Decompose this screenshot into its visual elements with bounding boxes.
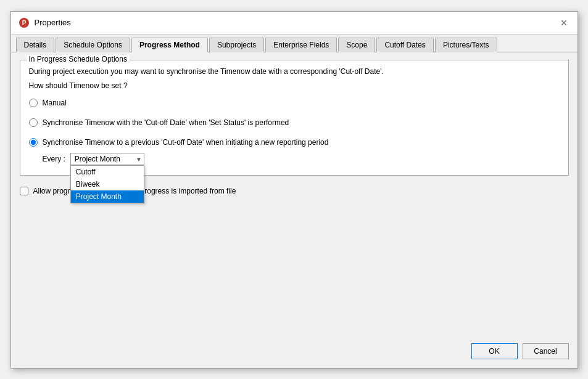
group-box-title: In Progress Schedule Options [27,55,130,63]
title-bar-left: P Properties [19,17,71,28]
tab-schedule-options[interactable]: Schedule Options [56,38,130,52]
radio-option-sync-previous: Synchronise Timenow to a previous 'Cut-o… [29,138,560,147]
radio-sync-status[interactable] [29,118,38,127]
dropdown-item-biweek[interactable]: Biweek [71,178,144,190]
radio-manual-label: Manual [43,99,67,107]
every-label: Every : [43,155,65,163]
button-row: OK Cancel [11,336,578,368]
radio-option-sync-status: Synchronise Timenow with the 'Cut-off Da… [29,118,560,127]
radio-option-manual: Manual [29,99,560,107]
radio-sync-previous-label: Synchronise Timenow to a previous 'Cut-o… [43,138,329,147]
radio-sync-previous[interactable] [29,138,38,147]
cancel-button[interactable]: Cancel [523,343,569,359]
ok-button[interactable]: OK [471,343,518,359]
dropdown-item-cutoff[interactable]: Cutoff [71,166,144,178]
tab-progress-method[interactable]: Progress Method [131,38,208,52]
properties-dialog: P Properties ✕ Details Schedule Options … [10,11,578,369]
radio-sync-status-label: Synchronise Timenow with the 'Cut-off Da… [43,118,289,127]
tab-bar: Details Schedule Options Progress Method… [11,35,578,52]
title-bar: P Properties ✕ [11,12,578,35]
app-icon: P [19,17,30,28]
tab-pictures-texts[interactable]: Pictures/Texts [435,38,497,52]
dropdown-menu: Cutoff Biweek Project Month [70,165,144,203]
in-progress-group: In Progress Schedule Options During proj… [20,60,569,176]
dialog-title: Properties [35,18,71,27]
tab-enterprise-fields[interactable]: Enterprise Fields [265,38,337,52]
close-button[interactable]: ✕ [558,17,570,29]
every-dropdown-container: Cutoff Biweek Project Month ▼ Cutoff Biw… [70,153,144,165]
tab-details[interactable]: Details [16,38,55,52]
every-row: Every : Cutoff Biweek Project Month ▼ Cu… [43,153,560,165]
question-text: How should Timenow be set ? [29,81,560,90]
description-text: During project execution you may want to… [29,67,560,77]
every-dropdown[interactable]: Cutoff Biweek Project Month [70,153,144,165]
main-content: In Progress Schedule Options During proj… [11,52,578,336]
tab-cutoff-dates[interactable]: Cutoff Dates [376,38,433,52]
dropdown-item-project-month[interactable]: Project Month [71,190,144,203]
radio-manual[interactable] [29,99,38,107]
tab-scope[interactable]: Scope [338,38,375,52]
allow-progress-checkbox[interactable] [20,187,28,195]
tab-subprojects[interactable]: Subprojects [209,38,264,52]
svg-text:P: P [22,20,26,26]
